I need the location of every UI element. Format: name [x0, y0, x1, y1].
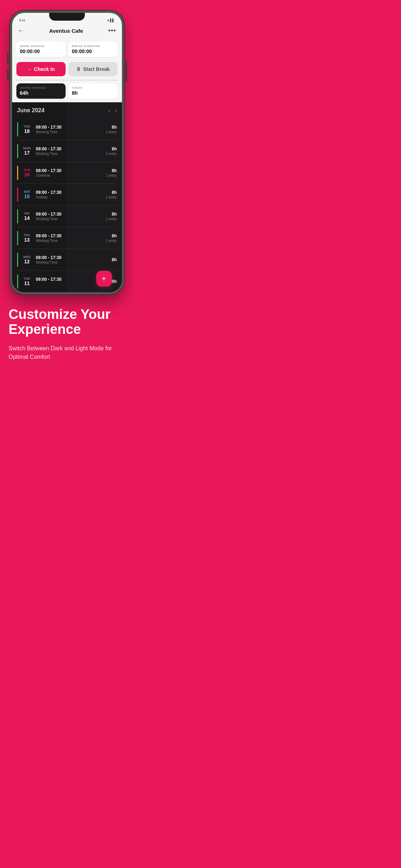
checkin-arrow-icon: →︎ — [27, 66, 32, 72]
entry-info: 09:00 - 17:30 Holiday — [36, 190, 103, 199]
action-buttons-row: →︎ Check In ⏸ Start Break — [12, 60, 122, 80]
entry-day-name: WED — [21, 255, 33, 259]
nav-bar: ← Aventus Cafe ••• — [12, 24, 122, 39]
phone-notch — [49, 13, 85, 21]
entry-color-indicator — [17, 144, 18, 158]
list-item[interactable]: TUE 18 09:00 - 17:30 Working Time 8h 1 e… — [17, 119, 117, 140]
promo-subtitle: Switch Between Dark and Light Mode for O… — [9, 344, 125, 361]
entry-day-number: 18 — [21, 128, 33, 134]
entry-count: 1 entry — [106, 130, 117, 134]
entry-date: MON 17 — [21, 146, 33, 156]
calendar-month: June 2024 — [17, 107, 45, 114]
list-item[interactable]: WED 12 09:00 - 17:30 Working Time 8h — [17, 249, 117, 271]
add-entry-fab[interactable]: + — [96, 271, 112, 286]
entry-date: THU 13 — [21, 233, 33, 243]
pause-icon: ⏸ — [76, 66, 81, 72]
entry-type: Working Time — [36, 152, 103, 156]
entry-count: 1 entry — [106, 152, 117, 156]
entry-day-name: MON — [21, 146, 33, 150]
volume-up-button — [7, 53, 9, 64]
promo-section: Customize Your Experience Switch Between… — [0, 294, 134, 376]
list-item[interactable]: FRI 14 09:00 - 17:30 Working Time 8h 1 e… — [17, 206, 117, 227]
entry-color-indicator — [17, 187, 18, 202]
entry-day-number: 14 — [21, 215, 33, 221]
calendar-header: June 2024 ‹ › — [17, 107, 117, 114]
entry-type: Holiday — [36, 195, 103, 199]
today-hours-card: TODAY 8h — [68, 83, 118, 99]
calendar-entries-list: TUE 18 09:00 - 17:30 Working Time 8h 1 e… — [17, 119, 117, 292]
entry-type: Working Time — [36, 217, 103, 221]
entry-color-indicator — [17, 122, 18, 136]
checkin-button[interactable]: →︎ Check In — [16, 62, 66, 76]
dashed-divider-section — [12, 80, 122, 83]
page-background: 9:41 ● ▌▌ ← Aventus Cafe ••• WORK SESSIO… — [0, 0, 134, 376]
phone-frame: 9:41 ● ▌▌ ← Aventus Cafe ••• WORK SESSIO… — [10, 11, 124, 294]
entry-count: 1 entry — [106, 174, 117, 177]
entry-color-indicator — [17, 253, 18, 267]
entry-info: 09:00 - 17:30 Working Time — [36, 212, 103, 221]
entry-time-range: 09:00 - 17:30 — [36, 255, 109, 260]
entry-type: Working Time — [36, 239, 103, 243]
today-label: TODAY — [72, 86, 114, 89]
checkin-label: Check In — [34, 66, 55, 72]
list-item[interactable]: THU 13 09:00 - 17:30 Working Time 8h 1 e… — [17, 227, 117, 249]
entry-day-name: TUE — [21, 125, 33, 128]
list-item[interactable]: MON 17 09:00 - 17:30 Working Time 8h 1 e… — [17, 140, 117, 162]
start-break-button[interactable]: ⏸ Start Break — [68, 62, 118, 76]
entry-day-number: 12 — [21, 259, 33, 264]
entry-hours: 8h 1 entry — [106, 212, 117, 221]
entry-hours-value: 8h — [106, 146, 117, 151]
entry-date: TUE 18 — [21, 125, 33, 134]
entry-info: 09:00 - 17:30 Working Time — [36, 233, 103, 243]
dashed-line — [16, 80, 118, 81]
more-menu-button[interactable]: ••• — [108, 27, 116, 35]
entry-day-name: FRI — [21, 212, 33, 215]
entry-day-number: 16 — [21, 172, 33, 177]
entry-hours: 8h 1 entry — [106, 125, 117, 134]
entry-day-name: THU — [21, 233, 33, 237]
entry-hours-value: 8h — [112, 279, 117, 284]
entry-info: 09:00 - 17:30 Overtime — [36, 168, 103, 177]
entry-day-name: SAT — [21, 190, 33, 193]
entry-day-number: 13 — [21, 237, 33, 243]
entry-date: TUE 11 — [21, 277, 33, 286]
power-button — [125, 61, 127, 82]
calendar-navigation: ‹ › — [108, 108, 117, 113]
back-button[interactable]: ← — [18, 27, 24, 35]
entry-time-range: 09:00 - 17:30 — [36, 212, 103, 217]
entry-info: 09:00 - 17:30 Working Time — [36, 255, 109, 264]
entry-time-range: 09:00 - 17:30 — [36, 190, 103, 195]
entry-count: 1 entry — [106, 217, 117, 221]
entry-info: 09:00 - 17:30 Working Time — [36, 125, 103, 134]
hours-worked-value: 64h — [20, 90, 62, 96]
hours-worked-label: HOURS WORKED — [20, 86, 62, 89]
entry-date: WED 12 — [21, 255, 33, 264]
volume-down-button — [7, 69, 9, 80]
entry-color-indicator — [17, 209, 18, 223]
break-label: Start Break — [83, 66, 110, 72]
entry-color-indicator — [17, 231, 18, 245]
work-session-label: WORK SESSION — [20, 45, 62, 48]
entry-time-range: 09:00 - 17:30 — [36, 168, 103, 173]
entry-day-name: TUE — [21, 277, 33, 280]
entry-hours-value: 8h — [106, 233, 117, 238]
entry-time-range: 09:00 - 17:30 — [36, 233, 103, 238]
entry-type: Overtime — [36, 174, 103, 177]
entry-day-number: 11 — [21, 280, 33, 286]
entry-hours-value: 8h — [106, 212, 117, 217]
work-session-card: WORK SESSION 00:00:00 — [16, 42, 66, 57]
entry-hours: 8h 1 entry — [106, 190, 117, 199]
session-stats-row: WORK SESSION 00:00:00 BREAK DURATION 00:… — [12, 39, 122, 60]
calendar-prev-button[interactable]: ‹ — [108, 108, 110, 113]
entry-hours-value: 8h — [112, 257, 117, 262]
today-value: 8h — [72, 90, 114, 96]
break-duration-value: 00:00:00 — [72, 48, 114, 54]
phone-outer: 9:41 ● ▌▌ ← Aventus Cafe ••• WORK SESSIO… — [10, 11, 124, 294]
entry-count: 1 entry — [106, 239, 117, 243]
phone-wrapper: 9:41 ● ▌▌ ← Aventus Cafe ••• WORK SESSIO… — [0, 0, 134, 294]
entry-day-number: 15 — [21, 193, 33, 199]
hours-worked-card: HOURS WORKED 64h — [16, 83, 66, 99]
list-item[interactable]: SAT 15 09:00 - 17:30 Holiday 8h 1 entry — [17, 184, 117, 206]
list-item[interactable]: SUN 16 09:00 - 17:30 Overtime 8h 1 entry — [17, 162, 117, 184]
calendar-next-button[interactable]: › — [115, 108, 117, 113]
